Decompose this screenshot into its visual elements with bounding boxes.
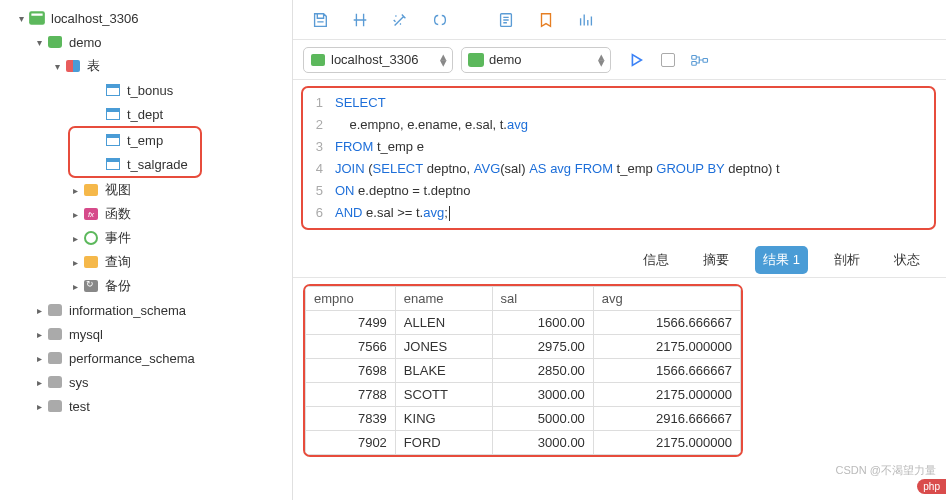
tab-status[interactable]: 状态 (886, 246, 928, 274)
table-node-t_salgrade[interactable]: t_salgrade (70, 152, 200, 176)
format-button[interactable] (343, 6, 377, 34)
table-cell[interactable]: 2175.000000 (593, 431, 740, 455)
table-cell[interactable]: 5000.00 (492, 407, 593, 431)
database-node[interactable]: performance_schema (0, 346, 292, 370)
table-row[interactable]: 7566JONES2975.002175.000000 (306, 335, 741, 359)
chevron-right-icon[interactable] (32, 353, 46, 364)
chevron-right-icon[interactable] (32, 377, 46, 388)
table-cell[interactable]: 3000.00 (492, 383, 593, 407)
table-cell[interactable]: BLAKE (395, 359, 492, 383)
chevron-right-icon[interactable] (32, 329, 46, 340)
svg-rect-0 (29, 11, 45, 25)
column-header[interactable]: sal (492, 287, 593, 311)
table-cell[interactable]: 3000.00 (492, 431, 593, 455)
table-cell[interactable]: 2975.00 (492, 335, 593, 359)
table-node-t_dept[interactable]: t_dept (0, 102, 292, 126)
chevron-right-icon[interactable] (68, 281, 82, 292)
functions-node[interactable]: fx 函数 (0, 202, 292, 226)
chevron-right-icon[interactable] (68, 233, 82, 244)
code-line[interactable]: 3FROM t_emp e (305, 136, 932, 158)
database-node[interactable]: information_schema (0, 298, 292, 322)
backups-node[interactable]: 备份 (0, 274, 292, 298)
database-node[interactable]: mysql (0, 322, 292, 346)
column-header[interactable]: avg (593, 287, 740, 311)
beautify-button[interactable] (383, 6, 417, 34)
table-row[interactable]: 7698BLAKE2850.001566.666667 (306, 359, 741, 383)
chevron-right-icon[interactable] (68, 257, 82, 268)
queries-node[interactable]: 查询 (0, 250, 292, 274)
connection-node[interactable]: localhost_3306 (0, 6, 292, 30)
tab-result[interactable]: 结果 1 (755, 246, 808, 274)
table-cell[interactable]: 7698 (306, 359, 396, 383)
code-line[interactable]: 6AND e.sal >= t.avg; (305, 202, 932, 224)
code-content[interactable]: e.empno, e.ename, e.sal, t.avg (335, 114, 528, 136)
database-node-demo[interactable]: demo (0, 30, 292, 54)
table-node-t_bonus[interactable]: t_bonus (0, 78, 292, 102)
chevron-down-icon[interactable] (14, 13, 28, 24)
table-cell[interactable]: 2850.00 (492, 359, 593, 383)
stop-button[interactable] (661, 53, 675, 67)
code-content[interactable]: ON e.deptno = t.deptno (335, 180, 471, 202)
result-grid[interactable]: empnoenamesalavg7499ALLEN1600.001566.666… (305, 286, 741, 455)
table-cell[interactable]: 1566.666667 (593, 359, 740, 383)
table-cell[interactable]: JONES (395, 335, 492, 359)
table-row[interactable]: 7902FORD3000.002175.000000 (306, 431, 741, 455)
code-line[interactable]: 4JOIN (SELECT deptno, AVG(sal) AS avg FR… (305, 158, 932, 180)
run-button[interactable] (619, 46, 653, 74)
table-cell[interactable]: 1600.00 (492, 311, 593, 335)
save-button[interactable] (303, 6, 337, 34)
tab-info[interactable]: 信息 (635, 246, 677, 274)
table-icon (104, 156, 122, 172)
table-row[interactable]: 7499ALLEN1600.001566.666667 (306, 311, 741, 335)
table-cell[interactable]: FORD (395, 431, 492, 455)
chevron-right-icon[interactable] (32, 401, 46, 412)
database-selector[interactable]: demo ▴▾ (461, 47, 611, 73)
views-node[interactable]: 视图 (0, 178, 292, 202)
sql-editor[interactable]: 1SELECT2 e.empno, e.ename, e.sal, t.avg3… (301, 86, 936, 230)
code-line[interactable]: 5ON e.deptno = t.deptno (305, 180, 932, 202)
tables-node[interactable]: 表 (0, 54, 292, 78)
visualize-button[interactable] (569, 6, 603, 34)
tab-profile[interactable]: 剖析 (826, 246, 868, 274)
column-header[interactable]: ename (395, 287, 492, 311)
table-cell[interactable]: KING (395, 407, 492, 431)
line-number: 6 (305, 202, 335, 224)
table-cell[interactable]: 2916.666667 (593, 407, 740, 431)
column-header[interactable]: empno (306, 287, 396, 311)
connection-selector[interactable]: localhost_3306 ▴▾ (303, 47, 453, 73)
table-icon (104, 82, 122, 98)
code-button[interactable] (423, 6, 457, 34)
code-line[interactable]: 2 e.empno, e.ename, e.sal, t.avg (305, 114, 932, 136)
explain-query-button[interactable] (683, 46, 717, 74)
table-cell[interactable]: 7788 (306, 383, 396, 407)
chevron-right-icon[interactable] (68, 209, 82, 220)
table-cell[interactable]: SCOTT (395, 383, 492, 407)
database-node[interactable]: sys (0, 370, 292, 394)
code-content[interactable]: SELECT (335, 92, 386, 114)
tab-summary[interactable]: 摘要 (695, 246, 737, 274)
execute-plan-button[interactable] (529, 6, 563, 34)
table-cell[interactable]: 7839 (306, 407, 396, 431)
table-cell[interactable]: 1566.666667 (593, 311, 740, 335)
table-row[interactable]: 7839KING5000.002916.666667 (306, 407, 741, 431)
events-node[interactable]: 事件 (0, 226, 292, 250)
code-content[interactable]: AND e.sal >= t.avg; (335, 202, 450, 224)
code-content[interactable]: JOIN (SELECT deptno, AVG(sal) AS avg FRO… (335, 158, 780, 180)
table-cell[interactable]: 2175.000000 (593, 383, 740, 407)
table-cell[interactable]: 7902 (306, 431, 396, 455)
code-line[interactable]: 1SELECT (305, 92, 932, 114)
table-cell[interactable]: 7566 (306, 335, 396, 359)
table-row[interactable]: 7788SCOTT3000.002175.000000 (306, 383, 741, 407)
chevron-down-icon[interactable] (32, 37, 46, 48)
table-cell[interactable]: 2175.000000 (593, 335, 740, 359)
explain-button[interactable] (489, 6, 523, 34)
chevron-right-icon[interactable] (68, 185, 82, 196)
code-content[interactable]: FROM t_emp e (335, 136, 424, 158)
table-node-t_emp[interactable]: t_emp (70, 128, 200, 152)
database-node[interactable]: test (0, 394, 292, 418)
highlight-annotation: t_emp t_salgrade (68, 126, 202, 178)
table-cell[interactable]: 7499 (306, 311, 396, 335)
chevron-right-icon[interactable] (32, 305, 46, 316)
chevron-down-icon[interactable] (50, 61, 64, 72)
table-cell[interactable]: ALLEN (395, 311, 492, 335)
